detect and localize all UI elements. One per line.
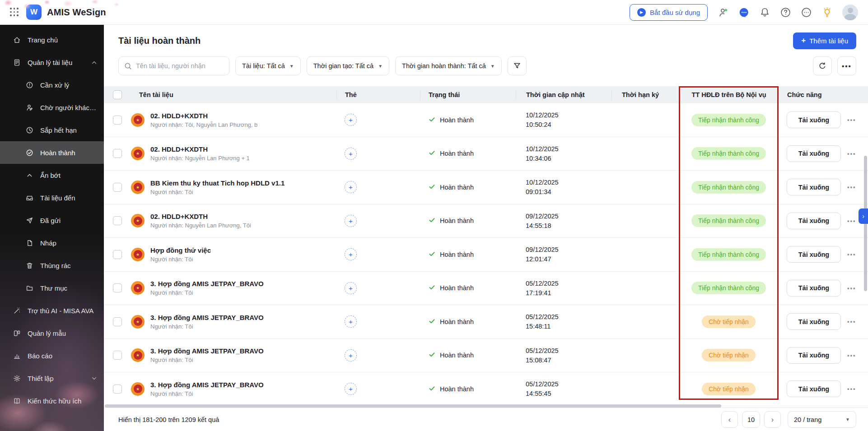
updated-time: 10:50:24 [526, 121, 551, 128]
row-more-button[interactable]: ••• [847, 285, 856, 292]
current-page[interactable]: 10 [742, 411, 760, 428]
add-document-button[interactable]: + Thêm tài liệu [793, 32, 856, 49]
column-header-deadline[interactable]: Thời hạn ký [611, 90, 679, 100]
add-tag-button[interactable]: + [345, 383, 357, 395]
row-checkbox[interactable] [113, 183, 122, 192]
created-time-filter[interactable]: Thời gian tạo: Tất cả▼ [307, 56, 389, 75]
sidebar-item-thu-muc[interactable]: Thư mục [0, 277, 104, 299]
row-more-button[interactable]: ••• [847, 318, 856, 325]
download-button[interactable]: Tải xuống [787, 111, 841, 128]
sidebar-item-thiet-lap[interactable]: Thiết lập [0, 367, 104, 389]
table-more-button[interactable]: ••• [837, 56, 856, 75]
download-button[interactable]: Tải xuống [787, 246, 841, 263]
sidebar-item-quan-ly-tai-lieu[interactable]: Quản lý tài liệu [0, 51, 104, 74]
document-title[interactable]: 02. HDLD+KXDTH [150, 213, 251, 220]
bnv-status-badge: Chờ tiếp nhận [702, 383, 756, 395]
completed-time-filter[interactable]: Thời gian hoàn thành: Tất cả▼ [395, 56, 502, 75]
row-more-button[interactable]: ••• [847, 218, 856, 224]
add-tag-button[interactable]: + [345, 315, 357, 328]
row-more-button[interactable]: ••• [847, 385, 856, 392]
sidebar-item-tai-lieu-den[interactable]: Tài liệu đến [0, 186, 104, 209]
row-more-button[interactable]: ••• [847, 150, 856, 157]
user-sign-icon [25, 104, 33, 111]
sidebar-item-trang-chu[interactable]: Trang chủ [0, 28, 104, 51]
row-checkbox[interactable] [113, 250, 122, 259]
row-more-button[interactable]: ••• [847, 251, 856, 258]
help-icon[interactable] [780, 7, 791, 18]
row-checkbox[interactable] [113, 317, 122, 326]
column-header-status[interactable]: Trạng thái [420, 90, 516, 100]
row-checkbox[interactable] [113, 216, 122, 225]
select-all-checkbox[interactable] [113, 90, 122, 99]
download-button[interactable]: Tải xuống [787, 380, 841, 397]
add-tag-button[interactable]: + [345, 148, 357, 160]
row-checkbox[interactable] [113, 283, 122, 292]
next-page-button[interactable]: › [764, 411, 781, 428]
add-tag-button[interactable]: + [345, 215, 357, 227]
sidebar-item-da-gui[interactable]: Đã gửi [0, 209, 104, 232]
download-button[interactable]: Tải xuống [787, 213, 841, 229]
column-header-actions[interactable]: Chức năng [779, 90, 868, 100]
search-input[interactable] [136, 62, 224, 70]
sidebar-item-kien-thuc-huu-ich[interactable]: Kiến thức hữu ích [0, 389, 104, 412]
sidebar-item-tro-thu-ai[interactable]: Trợ thủ AI - MISA AVA [0, 299, 104, 322]
app-launcher-icon[interactable] [10, 8, 19, 17]
download-button[interactable]: Tải xuống [787, 280, 841, 297]
document-title[interactable]: 3. Hợp đồng AMIS JETPAY_BRAVO [150, 314, 264, 321]
row-checkbox[interactable] [113, 149, 122, 158]
add-tag-button[interactable]: + [345, 114, 357, 126]
column-header-updated[interactable]: Thời gian cập nhật [516, 90, 611, 100]
row-checkbox[interactable] [113, 385, 122, 394]
sidebar-item-an-bot[interactable]: Ẩn bớt [0, 164, 104, 186]
sidebar-item-can-xu-ly[interactable]: Cần xử lý [0, 74, 104, 96]
download-button[interactable]: Tải xuống [787, 347, 841, 364]
download-button[interactable]: Tải xuống [787, 145, 841, 162]
sidebar-item-sap-het-han[interactable]: Sắp hết hạn [0, 119, 104, 141]
document-title[interactable]: 3. Hợp đồng AMIS JETPAY_BRAVO [150, 347, 264, 355]
document-title[interactable]: 02. HDLD+KXDTH [150, 112, 257, 120]
refresh-button[interactable] [813, 56, 832, 75]
advanced-filter-button[interactable] [508, 56, 527, 75]
bell-icon[interactable] [759, 7, 770, 18]
document-title[interactable]: BB Kiem thu ky thuat Tich hop HDLD v1.1 [150, 179, 285, 187]
document-title[interactable]: Hợp đồng thử việc [150, 246, 211, 254]
add-tag-button[interactable]: + [345, 282, 357, 294]
wesign-logo[interactable]: W [26, 5, 42, 20]
download-button[interactable]: Tải xuống [787, 313, 841, 330]
sidebar-item-quan-ly-mau[interactable]: Quản lý mẫu [0, 322, 104, 344]
sidebar-item-nhap[interactable]: Nháp [0, 232, 104, 254]
horizontal-scrollbar[interactable] [105, 404, 721, 408]
column-header-tag[interactable]: Thẻ [336, 90, 420, 100]
document-title[interactable]: 02. HDLD+KXDTH [150, 145, 250, 153]
row-more-button[interactable]: ••• [847, 352, 856, 359]
row-checkbox[interactable] [113, 116, 122, 125]
document-title[interactable]: 3. Hợp đồng AMIS JETPAY_BRAVO [150, 381, 264, 389]
side-panel-toggle[interactable]: › [859, 209, 868, 224]
more-circle-icon[interactable] [801, 7, 812, 18]
page-size-select[interactable]: 20 / trang ▼ [788, 411, 856, 428]
sidebar-item-cho-nguoi-khac-ky[interactable]: Chờ người khác ký [0, 96, 104, 119]
column-header-name[interactable]: Tên tài liệu [131, 90, 336, 100]
chevron-down-icon: ▼ [289, 64, 294, 69]
add-tag-button[interactable]: + [345, 248, 357, 260]
user-avatar[interactable] [842, 5, 858, 20]
download-button[interactable]: Tải xuống [787, 179, 841, 195]
search-box[interactable] [118, 56, 229, 75]
inbox-icon [25, 194, 33, 202]
prev-page-button[interactable]: ‹ [721, 411, 738, 428]
get-started-button[interactable]: ▶ Bắt đầu sử dụng [630, 4, 708, 21]
row-more-button[interactable]: ••• [847, 116, 856, 123]
chat-icon[interactable] [738, 7, 749, 18]
sidebar-item-hoan-thanh[interactable]: Hoàn thành [0, 141, 104, 164]
whats-new-icon[interactable] [821, 7, 832, 18]
add-tag-button[interactable]: + [345, 181, 357, 193]
add-tag-button[interactable]: + [345, 349, 357, 361]
row-checkbox[interactable] [113, 351, 122, 360]
row-more-button[interactable]: ••• [847, 184, 856, 190]
document-type-filter[interactable]: Tài liệu: Tất cả▼ [235, 56, 301, 75]
add-user-icon[interactable] [718, 7, 728, 18]
column-header-bnv[interactable]: TT HĐLĐ trên Bộ Nội vụ [679, 90, 779, 100]
document-title[interactable]: 3. Hợp đồng AMIS JETPAY_BRAVO [150, 280, 264, 287]
sidebar-item-bao-cao[interactable]: Báo cáo [0, 344, 104, 367]
sidebar-item-thung-rac[interactable]: Thùng rác [0, 254, 104, 277]
